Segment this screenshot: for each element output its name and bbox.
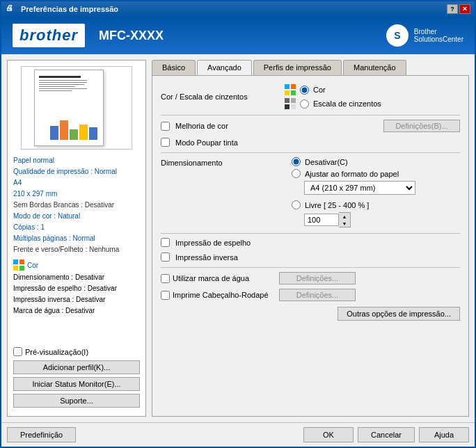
free-value-input[interactable] (304, 214, 339, 226)
inverse-label: Impressão inversa (175, 253, 238, 262)
color-improvement-checkbox[interactable] (161, 122, 170, 131)
ink-save-checkbox[interactable] (161, 138, 170, 147)
tab-basico[interactable]: Básico (152, 60, 196, 75)
model-name: MFC-XXXX (99, 29, 164, 43)
svg-rect-2 (13, 266, 18, 271)
color-label: Cor (27, 262, 38, 269)
grayscale-radio[interactable] (300, 99, 309, 109)
scale-disable-radio[interactable] (292, 157, 301, 166)
svg-rect-4 (285, 84, 289, 89)
main-content: Papel normal Qualidade de impressão : No… (1, 54, 475, 422)
scale-fit-radio[interactable] (292, 169, 301, 178)
add-profile-button[interactable]: Adicionar perfil(K)... (13, 360, 140, 374)
solutions-logo: S (386, 24, 408, 47)
window-controls: ? ✕ (447, 4, 470, 14)
svg-rect-10 (285, 104, 289, 109)
scale-free-radio[interactable] (292, 200, 301, 209)
watermark-settings-button[interactable]: Definições... (279, 272, 356, 285)
inverse-row: Impressão inversa (161, 253, 460, 262)
preview-checkbox-row: Pré-visualização(I) (13, 347, 140, 356)
free-label: Livre [ 25 - 400 % ] (305, 201, 369, 209)
free-spinner: ▲ ▼ (304, 212, 460, 227)
help-btn-bottom[interactable]: Ajuda (419, 427, 469, 442)
main-window: 🖨 Preferências de impressão ? ✕ brother … (0, 0, 476, 448)
tabs: Básico Avançado Perfis de impressão Manu… (152, 60, 469, 75)
color-details: Dimensionamento : Desativar Impressão de… (13, 272, 140, 317)
color-improvement-row: Melhoria de cor Definições(B)... (161, 120, 460, 132)
fit-paper-label: Ajustar ao formato do papel (305, 170, 399, 178)
color-squares-icon (285, 84, 296, 95)
dimensioning-row: Dimensionamento Desativar(C) Ajustar ao … (161, 157, 460, 227)
color-radio-row: Cor (285, 84, 460, 95)
scaling-options: Desativar(C) Ajustar ao formato do papel… (285, 157, 460, 227)
color-radio[interactable] (300, 86, 309, 95)
header-footer-row: Imprime Cabeçalho-Rodapé Definições... (161, 289, 460, 301)
support-button[interactable]: Suporte... (13, 394, 140, 408)
header-footer-checkbox[interactable] (161, 291, 170, 300)
tab-avancado[interactable]: Avançado (197, 60, 252, 75)
preview-area (21, 66, 132, 150)
disable-row: Desativar(C) (292, 157, 460, 166)
bottom-bar: Predefinição OK Cancelar Ajuda (1, 422, 475, 447)
ok-button[interactable]: OK (303, 427, 354, 442)
tab-manutencao[interactable]: Manutenção (343, 60, 406, 75)
watermark-checkbox[interactable] (161, 274, 170, 283)
spinner-down-button[interactable]: ▼ (339, 220, 350, 227)
title-bar: 🖨 Preferências de impressão ? ✕ (1, 1, 475, 17)
left-panel: Papel normal Qualidade de impressão : No… (7, 60, 146, 417)
watermark-row: Utilizar marca de água Definições... (161, 272, 460, 285)
status-monitor-button[interactable]: Iniciar Status Monitor(E)... (13, 377, 140, 391)
mirror-checkbox[interactable] (161, 238, 170, 247)
header-band: brother MFC-XXXX S Brother SolutionsCent… (1, 17, 475, 54)
color-improvement-label: Melhoria de cor (175, 122, 378, 130)
svg-rect-9 (291, 98, 296, 103)
settings-b-button[interactable]: Definições(B)... (383, 120, 460, 132)
paper-size-select[interactable]: A4 (210 x 297 mm) (304, 181, 415, 195)
other-options-button[interactable]: Outras opções de impressão... (338, 307, 460, 321)
help-button[interactable]: ? (447, 4, 458, 14)
brand-logo: brother (13, 24, 85, 47)
grayscale-option-label: Escala de cinzentos (313, 99, 381, 108)
svg-rect-0 (13, 259, 18, 264)
svg-rect-7 (291, 90, 296, 95)
watermark-label-group: Utilizar marca de água (161, 274, 279, 283)
grayscale-radio-row: Escala de cinzentos (285, 98, 460, 109)
color-scale-controls: Cor Escala de cinzentos (285, 84, 460, 109)
right-panel: Básico Avançado Perfis de impressão Manu… (152, 60, 469, 417)
grayscale-icon (285, 98, 296, 109)
preview-checkbox[interactable] (13, 347, 22, 356)
ink-save-label: Modo Poupar tinta (175, 138, 238, 147)
preview-label: Pré-visualização(I) (25, 348, 88, 356)
spinner-buttons: ▲ ▼ (339, 212, 351, 227)
spinner-up-button[interactable]: ▲ (339, 213, 350, 220)
cancel-button[interactable]: Cancelar (358, 427, 415, 442)
window-title: Preferências de impressão (21, 5, 447, 13)
separator-2 (161, 152, 460, 153)
ink-save-row: Modo Poupar tinta (161, 138, 460, 147)
watermark-info: Marca de água : Desativar (13, 305, 140, 317)
predefinicao-button[interactable]: Predefinição (7, 427, 76, 442)
separator-3 (161, 233, 460, 234)
color-scale-label: Cor / Escala de cinzentos (161, 93, 279, 101)
copies: Cópias : 1 (13, 222, 140, 233)
duplex: Frente e verso/Folheto : Nenhuma (13, 244, 140, 255)
dimensions: 210 x 297 mm (13, 189, 140, 200)
printer-icon: 🖨 (6, 3, 17, 15)
dimensioning-label: Dimensionamento (161, 157, 279, 167)
tab-content-avancado: Cor / Escala de cinzentos Cor (152, 75, 469, 417)
preview-lines (35, 70, 103, 95)
svg-rect-3 (19, 266, 24, 271)
header-footer-settings-button[interactable]: Definições... (279, 289, 356, 301)
svg-rect-5 (291, 84, 296, 89)
tab-perfis[interactable]: Perfis de impressão (253, 60, 342, 75)
svg-rect-11 (291, 104, 296, 109)
mirror-label: Impressão de espelho (175, 239, 251, 247)
close-button[interactable]: ✕ (459, 4, 470, 14)
mirror-info: Impressão de espelho : Desativar (13, 283, 140, 294)
paper-type: Papel normal (13, 155, 140, 166)
left-bottom: Pré-visualização(I) Adicionar perfil(K).… (13, 342, 140, 410)
svg-rect-6 (285, 90, 289, 95)
color-icon (13, 259, 24, 271)
separator-1 (161, 115, 460, 115)
inverse-checkbox[interactable] (161, 253, 170, 262)
